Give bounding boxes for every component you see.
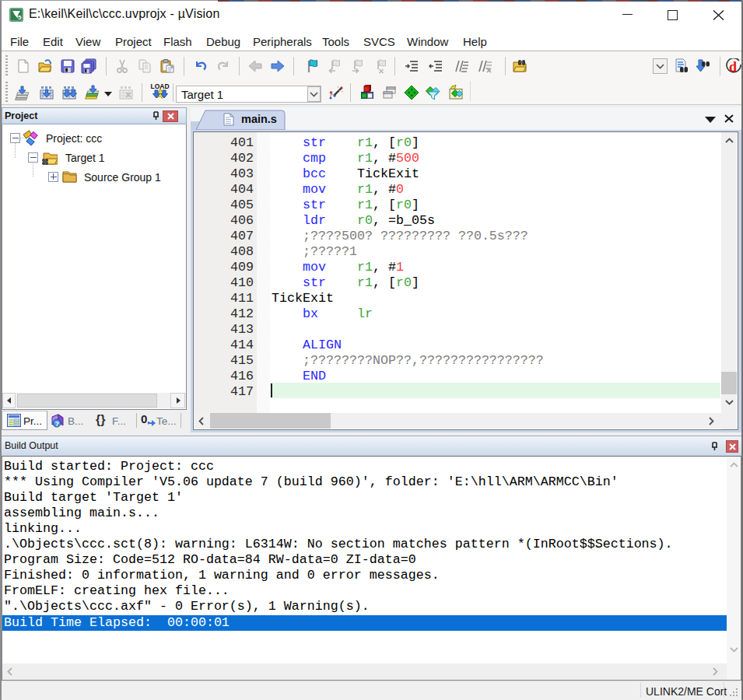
svg-text:5: 5	[18, 14, 22, 21]
svg-text:d: d	[729, 59, 737, 75]
svg-text:?: ?	[55, 420, 60, 428]
